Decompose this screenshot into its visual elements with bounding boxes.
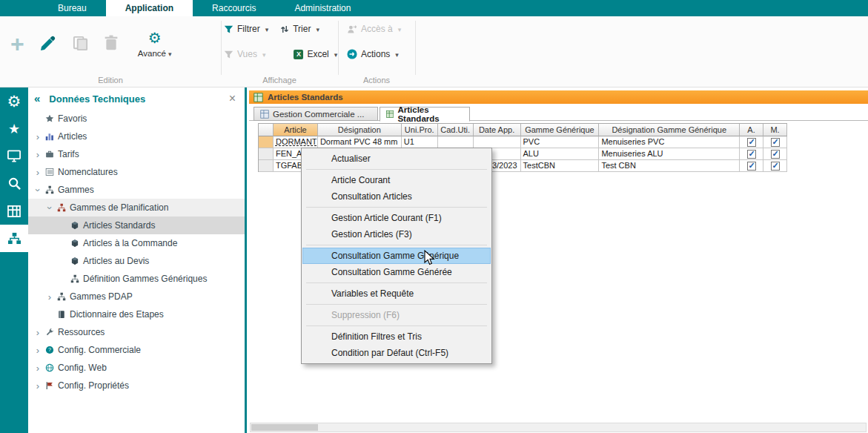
menu-item[interactable]: Consultation Articles [302, 188, 491, 205]
expand-arrow-icon[interactable] [33, 167, 43, 178]
cell-uni-pro[interactable]: U1 [402, 136, 438, 148]
cell-designation-gamme[interactable]: Menuiseries PVC [599, 136, 740, 148]
menu-item-label: Variables et Requête [331, 288, 414, 299]
expand-arrow-icon[interactable] [33, 185, 43, 196]
nav-item[interactable]: Tarifs [28, 145, 245, 163]
add-icon[interactable] [10, 35, 24, 55]
menu-item[interactable]: Définition Filtres et Tris [302, 328, 491, 345]
nav-item[interactable]: Dictionnaire des Etapes [28, 305, 245, 323]
tab-articles-standards[interactable]: Articles Standards [380, 107, 470, 122]
collapse-panel-icon[interactable] [34, 92, 40, 105]
horizontal-scrollbar[interactable] [250, 423, 867, 432]
column-header[interactable]: Désignation [318, 124, 402, 136]
cell-gamme-generique[interactable]: PVC [521, 136, 600, 148]
nav-item[interactable]: Nomenclatures [28, 163, 245, 181]
checkbox[interactable] [771, 138, 780, 147]
checkbox[interactable] [747, 150, 756, 159]
select-all-header[interactable] [259, 124, 274, 136]
menubar-tab-administration[interactable]: Administration [275, 0, 370, 16]
menu-item-label: Gestion Articles (F3) [331, 229, 412, 239]
expand-arrow-icon[interactable] [33, 131, 43, 142]
nav-item[interactable]: Gammes [28, 181, 245, 199]
row-selector[interactable] [259, 160, 274, 172]
monitor-icon[interactable] [0, 142, 28, 170]
cell-article[interactable]: DORMANT [274, 136, 318, 148]
nav-item[interactable]: Définition Gammes Génériques [28, 270, 245, 288]
cell-designation[interactable]: Dormant PVC 48 mm [318, 136, 402, 148]
expand-arrow-icon[interactable] [44, 291, 55, 303]
expand-arrow-icon[interactable] [33, 363, 43, 374]
nav-item-icon [68, 239, 82, 248]
nav-tree: Favoris Articles Tarifs Nomen [28, 110, 245, 394]
checkbox[interactable] [771, 162, 780, 171]
table-header: Article Désignation Uni.Pro. Cad.Uti. Da… [259, 124, 787, 136]
nav-item[interactable]: Articles au Devis [28, 252, 245, 270]
gear-icon[interactable] [0, 87, 28, 115]
column-header[interactable]: Date App. [474, 124, 521, 136]
tab-gestion-commerciale[interactable]: Gestion Commerciale ... [254, 107, 378, 121]
menu-item[interactable]: Gestion Articles (F3) [302, 226, 491, 242]
nav-item[interactable]: Config. Propriétés [28, 377, 245, 394]
column-header[interactable]: Cad.Uti. [438, 124, 474, 136]
menu-item[interactable]: Gestion Article Courant (F1) [302, 210, 491, 226]
nav-item[interactable]: Articles [28, 128, 245, 145]
star-icon[interactable] [0, 115, 28, 142]
cell-gamme-generique[interactable]: ALU [521, 148, 600, 160]
column-header[interactable]: Désignation Gamme Générique [599, 124, 740, 136]
expand-arrow-icon[interactable] [33, 327, 43, 338]
expand-arrow-icon[interactable] [44, 202, 55, 214]
module-iconbar [0, 87, 28, 433]
checkbox[interactable] [747, 162, 756, 171]
expand-arrow-icon[interactable] [33, 380, 43, 391]
table-row[interactable]: DORMANT Dormant PVC 48 mm U1 PVC Menuise… [259, 136, 787, 148]
menu-item[interactable]: Condition par Défaut (Ctrl-F5) [302, 345, 491, 361]
nav-item[interactable]: Articles Standards [28, 216, 245, 234]
filter-button[interactable]: Filtrer [224, 24, 268, 34]
menubar-tab-bureau[interactable]: Bureau [39, 0, 106, 16]
checkbox[interactable] [747, 138, 756, 147]
nav-item[interactable]: Gammes de Planification [28, 199, 245, 216]
sort-button[interactable]: Trier [280, 24, 319, 34]
sitemap-icon[interactable] [0, 225, 28, 252]
edit-pencil-icon[interactable] [39, 34, 57, 55]
menu-item[interactable]: Consultation Gamme Générée [302, 264, 491, 280]
nav-item[interactable]: Config. Web [28, 359, 245, 377]
cell-gamme-generique[interactable]: TestCBN [521, 160, 600, 172]
column-header[interactable]: Article [274, 124, 318, 136]
menubar-tab-application[interactable]: Application [106, 0, 193, 16]
cell-designation-gamme[interactable]: Menuiseries ALU [599, 148, 740, 160]
menu-item[interactable]: Variables et Requête [302, 285, 491, 302]
cell-cad-uti[interactable] [438, 136, 474, 148]
nav-item[interactable]: Favoris [28, 110, 245, 128]
nav-item-label: Config. Web [58, 363, 107, 373]
column-header[interactable]: Uni.Pro. [402, 124, 438, 136]
copy-icon [72, 35, 89, 55]
cell-date-app[interactable] [474, 136, 521, 148]
checkbox[interactable] [771, 150, 780, 159]
advanced-button[interactable]: Avancé [133, 30, 176, 59]
menubar-tab-raccourcis[interactable]: Raccourcis [193, 0, 275, 16]
expand-arrow-icon[interactable] [33, 345, 43, 356]
column-header[interactable]: A. [740, 124, 763, 136]
nav-item[interactable]: ? Config. Commerciale [28, 341, 245, 359]
nav-item[interactable]: Gammes PDAP [28, 288, 245, 305]
column-header[interactable]: Gamme Générique [521, 124, 600, 136]
nav-item[interactable]: Ressources [28, 323, 245, 341]
scrollbar-thumb[interactable] [251, 424, 318, 431]
search-icon[interactable] [0, 170, 28, 197]
nav-item[interactable]: Articles à la Commande [28, 234, 245, 252]
actions-button[interactable]: Actions [347, 49, 399, 59]
close-panel-icon[interactable] [229, 92, 236, 105]
menu-item[interactable]: Actualiser [302, 151, 491, 167]
excel-export-button[interactable]: Excel [294, 49, 337, 59]
table-columns-icon[interactable] [0, 197, 28, 225]
cell-designation-gamme[interactable]: Test CBN [599, 160, 740, 172]
menu-item[interactable]: Article Courant [302, 172, 491, 188]
column-header[interactable]: M. [763, 124, 787, 136]
menu-item[interactable]: Consultation Gamme Générique [302, 248, 491, 264]
group-label-affichage: Affichage [221, 76, 338, 85]
expand-arrow-icon[interactable] [33, 149, 43, 160]
row-selector[interactable] [259, 148, 274, 160]
row-selector[interactable] [259, 136, 274, 148]
menu-item[interactable]: Suppression (F6) [302, 307, 491, 323]
